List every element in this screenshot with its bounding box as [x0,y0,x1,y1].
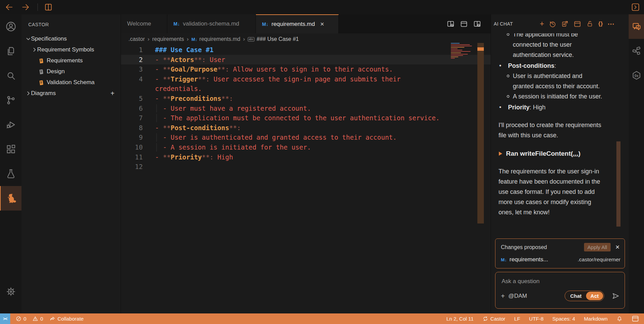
code-text: - User must have a registered account. [155,104,311,113]
tab-requirements-md[interactable]: M↓requirements.md✕ [256,14,339,33]
code-line[interactable]: 1### Use Case #1 [121,45,491,55]
plus-icon[interactable]: + [540,20,544,28]
chat-sub-bullet-item: The application must be connected to the… [491,33,615,60]
status-layout[interactable] [631,315,639,323]
code-line[interactable]: 5- **Preconditions**: [121,94,491,104]
status-cursor-position[interactable]: Ln 2, Col 11 [446,316,474,322]
code-editor[interactable]: 1### Use Case #12- **Actors**: User3- **… [121,45,491,172]
changed-file-row[interactable]: M↓ requirements... .castor/requiremer [495,251,625,263]
split-editor-icon[interactable] [44,3,53,12]
code-line[interactable]: 10 - A session is initiated for the user… [121,142,491,152]
bullet-icon: • [499,102,501,112]
unlock-icon[interactable] [586,20,594,28]
layout-icon[interactable] [573,20,581,28]
status-collaborate[interactable]: Collaborate [49,316,84,322]
right-bar-diagram-icon[interactable] [629,39,644,63]
triangle-right-icon [499,151,503,156]
mode-act[interactable]: Act [586,292,603,300]
tab-validation-schema-md[interactable]: M↓validation-schema.md [167,14,256,33]
line-number: 5 [121,94,155,104]
status-eol[interactable]: LF [514,316,520,322]
breadcrumb-item[interactable]: .castor [128,36,145,42]
arrow-left-icon[interactable] [5,3,14,12]
activity-item-beaver-icon[interactable] [0,186,21,211]
chat-bullet-item: •Priority: High [491,102,615,112]
breadcrumb-item[interactable]: M↓requirements.md [191,36,240,42]
layout-icon[interactable] [460,20,468,28]
tab-bar: WelcomeM↓validation-schema.mdM↓requireme… [121,14,491,33]
chat-scrollbar[interactable] [616,141,620,227]
tree-item-requirement-symbols[interactable]: Requirement Symbols [21,44,121,55]
activity-item-flask-icon[interactable] [0,161,21,186]
code-line[interactable]: 9 - User is authenticated and granted ac… [121,133,491,142]
activity-item-debug-icon[interactable] [0,112,21,137]
code-line[interactable]: 6 - User must have a registered account. [121,104,491,113]
code-line[interactable]: 4- **Trigger**: User accesses the sign-i… [121,74,491,84]
editor-actions [447,14,481,33]
mention-chip[interactable]: @DAM [508,293,527,299]
export-icon[interactable] [561,20,569,28]
line-number: 10 [121,142,155,152]
tree-item-validation-schema[interactable]: Validation Schema [21,77,121,88]
breadcrumb-item[interactable]: requirements [152,36,184,42]
send-icon[interactable] [612,292,620,300]
chevron-right-icon [26,91,31,96]
status-indentation[interactable]: Spaces: 4 [552,316,575,322]
activity-item-extensions-icon[interactable] [0,137,21,161]
code-line[interactable]: credentials. [121,84,491,94]
minimap-line [451,43,460,44]
status-notifications[interactable] [616,316,623,322]
status-encoding[interactable]: UTF-8 [529,316,544,322]
tab-welcome[interactable]: Welcome [121,14,167,33]
close-icon[interactable]: ✕ [320,21,324,27]
new-item-plus-icon[interactable]: + [110,90,114,97]
right-bar-chat-icon[interactable] [629,14,644,39]
apply-all-button[interactable]: Apply All [584,243,611,251]
remote-icon[interactable]: >< [0,313,10,324]
chat-input[interactable] [501,278,615,285]
line-number: 8 [121,123,155,133]
activity-item-source-control-icon[interactable] [0,88,21,112]
code-line[interactable]: 12 [121,162,491,172]
editor-scrollbar[interactable] [477,43,484,223]
history-icon[interactable] [549,20,556,28]
activity-item-account-icon[interactable] [0,14,21,39]
braces-icon[interactable]: {} [598,21,603,27]
arrow-right-icon[interactable] [21,3,30,12]
activity-item-search-icon[interactable] [0,63,21,88]
ellipsis-icon[interactable]: ⋯ [608,20,614,28]
chat-act-toggle[interactable]: ChatAct [565,291,604,301]
code-line[interactable]: 11- **Priority**: High [121,152,491,162]
code-line[interactable]: 2- **Actors**: User [121,55,491,65]
gear-icon[interactable] [0,279,21,304]
code-line[interactable]: 7 - The application must be connected to… [121,113,491,123]
tool-args-link[interactable]: ... [573,150,578,157]
status-errors[interactable]: 0 [16,316,26,322]
tool-call-row[interactable]: Ran writeFileContent(...) [491,149,615,159]
chevron-down-icon [26,36,31,42]
attach-plus-icon[interactable]: + [501,293,505,299]
panel-toggle-icon[interactable] [631,3,640,12]
tree-item-design[interactable]: Design [21,66,121,77]
right-bar-hex-icon[interactable]: 0x [629,63,644,88]
code-text: credentials. [155,84,202,94]
code-line[interactable]: 3- **Goal/Purpose**: Allow users to sign… [121,64,491,74]
breadcrumb-item[interactable]: abc### Use Case #1 [248,36,299,42]
status-warnings[interactable]: 0 [32,316,43,322]
line-number: 3 [121,64,155,74]
activity-item-explorer-icon[interactable] [0,39,21,63]
minimap[interactable] [451,43,475,61]
preview-icon[interactable] [447,20,455,28]
close-icon[interactable]: ✕ [615,244,620,250]
tree-item-requirements[interactable]: Requirements [21,55,121,66]
mode-chat[interactable]: Chat [566,292,586,300]
chat-input-card: + @DAM ChatAct [495,272,625,309]
status-language-mode[interactable]: Markdown [584,316,608,322]
tree-item-diagrams[interactable]: Diagrams+ [21,88,121,99]
line-number: 1 [121,45,155,55]
status-branch[interactable]: Castor [482,316,505,322]
tree-item-specifications[interactable]: Specifications [21,33,121,44]
code-line[interactable]: 8- **Post-conditions**: [121,123,491,133]
preview-icon[interactable] [473,20,481,28]
minimap-line [451,46,472,46]
